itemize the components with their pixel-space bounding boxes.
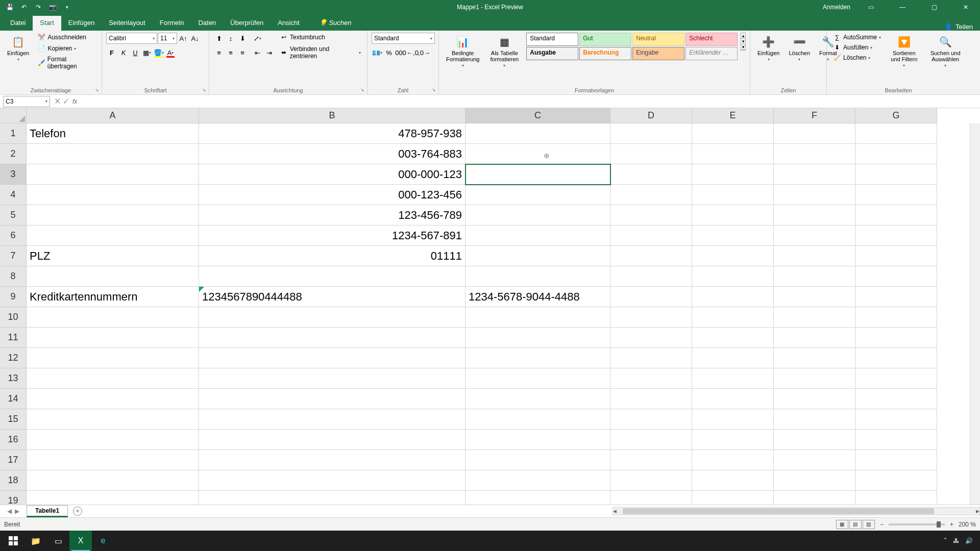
style-gut[interactable]: Gut xyxy=(579,33,631,46)
cell[interactable] xyxy=(465,144,610,164)
undo-icon[interactable]: ↶ xyxy=(19,3,29,12)
tray-volume-icon[interactable]: 🔊 xyxy=(965,537,973,544)
cell[interactable]: Telefon xyxy=(27,123,199,144)
row-header[interactable]: 13 xyxy=(0,368,27,389)
font-color-button[interactable]: A▾ xyxy=(165,47,176,58)
cell[interactable] xyxy=(465,185,610,205)
decrease-font-button[interactable]: A↓ xyxy=(189,33,201,44)
orientation-button[interactable]: ⤢▾ xyxy=(252,33,263,44)
format-painter-button[interactable]: 🖌️Format übertragen xyxy=(35,55,97,70)
cell[interactable] xyxy=(610,491,692,505)
style-gallery-scroll[interactable]: ▴▾▾ xyxy=(741,33,746,51)
fill-button[interactable]: ⬇Ausfüllen ▾ xyxy=(831,43,883,52)
decrease-decimal-button[interactable]: ,0→ xyxy=(419,47,430,58)
autosum-button[interactable]: ∑AutoSumme ▾ xyxy=(831,33,883,42)
style-neutral[interactable]: Neutral xyxy=(632,33,684,46)
cell[interactable] xyxy=(774,328,855,348)
cell[interactable] xyxy=(199,430,465,450)
row-header[interactable]: 10 xyxy=(0,307,27,328)
row-header[interactable]: 19 xyxy=(0,491,27,505)
row-header[interactable]: 5 xyxy=(0,205,27,226)
horizontal-scrollbar[interactable]: ◀ ▶ xyxy=(612,507,980,515)
enter-formula-icon[interactable]: ✓ xyxy=(63,96,69,106)
cell[interactable] xyxy=(610,246,692,266)
cell[interactable] xyxy=(199,491,465,505)
thousands-button[interactable]: 000 xyxy=(395,47,406,58)
maximize-button[interactable]: ▢ xyxy=(923,0,945,14)
share-button[interactable]: Teilen xyxy=(955,23,973,31)
row-header[interactable]: 2 xyxy=(0,144,27,164)
cell[interactable]: Kreditkartennummern xyxy=(27,287,199,307)
cell[interactable] xyxy=(27,307,199,328)
zoom-in-button[interactable]: + xyxy=(950,521,953,528)
cell[interactable] xyxy=(855,389,937,409)
cell[interactable] xyxy=(774,205,855,226)
task-edge[interactable]: e xyxy=(92,531,114,551)
cell[interactable] xyxy=(465,389,610,409)
percent-format-button[interactable]: % xyxy=(383,47,395,58)
column-header[interactable]: E xyxy=(692,108,774,123)
cell[interactable] xyxy=(610,205,692,226)
row-header[interactable]: 4 xyxy=(0,185,27,205)
cell[interactable] xyxy=(855,307,937,328)
fill-color-button[interactable]: 🪣▾ xyxy=(153,47,164,58)
format-as-table-button[interactable]: ▦ Als Tabelle formatieren▾ xyxy=(485,33,523,70)
cell[interactable] xyxy=(610,307,692,328)
cell[interactable]: 1234567890444488 xyxy=(199,287,465,307)
row-header[interactable]: 12 xyxy=(0,348,27,368)
cell[interactable] xyxy=(774,491,855,505)
cell[interactable] xyxy=(465,123,610,144)
style-schlecht[interactable]: Schlecht xyxy=(685,33,738,46)
task-file-explorer[interactable]: 📁 xyxy=(24,531,47,551)
row-header[interactable]: 3 xyxy=(0,164,27,185)
align-right-button[interactable]: ≡ xyxy=(237,47,248,58)
cell[interactable] xyxy=(27,409,199,430)
cell[interactable] xyxy=(692,123,774,144)
cell[interactable] xyxy=(774,389,855,409)
accounting-format-button[interactable]: 💶▾ xyxy=(372,47,383,58)
align-top-button[interactable]: ⬆ xyxy=(213,33,225,44)
fx-icon[interactable]: fx xyxy=(72,98,80,105)
cell[interactable] xyxy=(199,348,465,368)
cell[interactable] xyxy=(465,164,610,185)
cell[interactable] xyxy=(774,348,855,368)
indent-decrease-button[interactable]: ⇤ xyxy=(252,47,263,58)
task-excel[interactable]: X xyxy=(69,531,92,551)
copy-button[interactable]: 📄Kopieren ▾ xyxy=(35,44,97,53)
zoom-out-button[interactable]: − xyxy=(880,521,884,528)
cell[interactable] xyxy=(855,144,937,164)
cell[interactable] xyxy=(855,430,937,450)
cell[interactable] xyxy=(610,226,692,246)
cell[interactable] xyxy=(855,266,937,287)
cell[interactable] xyxy=(610,123,692,144)
row-header[interactable]: 9 xyxy=(0,287,27,307)
cell[interactable] xyxy=(465,450,610,470)
cell[interactable] xyxy=(27,389,199,409)
cell[interactable] xyxy=(692,266,774,287)
style-berechnung[interactable]: Berechnung xyxy=(579,47,631,60)
sheet-nav-next[interactable]: ▶ xyxy=(15,508,19,515)
cell[interactable] xyxy=(199,470,465,491)
tab-file[interactable]: Datei xyxy=(3,16,33,31)
cell[interactable] xyxy=(27,185,199,205)
cell[interactable] xyxy=(199,389,465,409)
cell[interactable] xyxy=(610,450,692,470)
style-eingabe[interactable]: Eingabe xyxy=(632,47,684,60)
camera-icon[interactable]: 📷 xyxy=(48,3,57,12)
cell[interactable] xyxy=(774,246,855,266)
row-header[interactable]: 11 xyxy=(0,328,27,348)
cell[interactable] xyxy=(855,328,937,348)
cell[interactable] xyxy=(199,368,465,389)
underline-button[interactable]: U xyxy=(130,47,141,58)
name-box[interactable]: C3▾ xyxy=(3,96,50,107)
cell[interactable] xyxy=(855,226,937,246)
cell[interactable] xyxy=(465,470,610,491)
cell[interactable]: 000-000-123 xyxy=(199,164,465,185)
style-ausgabe[interactable]: Ausgabe xyxy=(526,47,578,60)
align-middle-button[interactable]: ↕ xyxy=(225,33,236,44)
vertical-scrollbar[interactable] xyxy=(970,123,980,505)
insert-cells-button[interactable]: ➕Einfügen▾ xyxy=(754,33,782,64)
sheet-tab[interactable]: Tabelle1 xyxy=(27,505,68,517)
tab-search[interactable]: 💡 Suchen xyxy=(312,16,359,31)
clipboard-launcher[interactable]: ↘ xyxy=(93,86,101,93)
